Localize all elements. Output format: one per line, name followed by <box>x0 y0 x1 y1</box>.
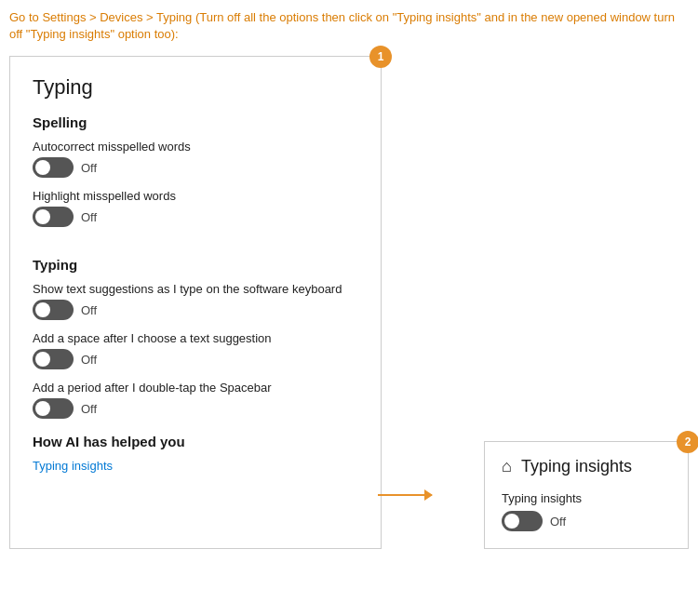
secondary-panel-header: ⌂ Typing insights <box>502 457 671 476</box>
highlight-toggle[interactable] <box>33 207 74 227</box>
typing-insights-item-label: Typing insights <box>502 491 671 505</box>
instruction-bar: Go to Settings > Devices > Typing (Turn … <box>9 9 689 43</box>
text-suggestions-item: Show text suggestions as I type on the s… <box>33 282 358 320</box>
add-space-toggle[interactable] <box>33 349 74 369</box>
badge-1: 1 <box>369 46 392 68</box>
add-period-item: Add a period after I double-tap the Spac… <box>33 381 358 419</box>
badge-2: 2 <box>677 431 698 453</box>
spelling-section-header: Spelling <box>33 114 358 130</box>
secondary-panel-title: Typing insights <box>521 457 632 476</box>
autocorrect-label: Autocorrect misspelled words <box>33 140 358 154</box>
panel-title: Typing <box>33 75 358 100</box>
add-space-item: Add a space after I choose a text sugges… <box>33 331 358 369</box>
text-suggestions-toggle[interactable] <box>33 300 74 320</box>
autocorrect-toggle[interactable] <box>33 157 74 178</box>
text-suggestions-label: Show text suggestions as I type on the s… <box>33 282 358 296</box>
highlight-label: Highlight misspelled words <box>33 189 358 203</box>
typing-settings-panel: 1 Typing Spelling Autocorrect misspelled… <box>9 56 382 549</box>
instruction-text: Go to Settings > Devices > Typing (Turn … <box>9 10 675 41</box>
autocorrect-toggle-label: Off <box>81 161 97 175</box>
how-ai-section: How AI has helped you Typing insights <box>33 434 358 474</box>
how-ai-title: How AI has helped you <box>33 434 358 449</box>
autocorrect-item: Autocorrect misspelled words Off <box>33 140 358 178</box>
add-space-toggle-label: Off <box>81 353 97 367</box>
highlight-item: Highlight misspelled words Off <box>33 189 358 227</box>
add-period-toggle[interactable] <box>33 398 74 419</box>
typing-insights-panel: 2 ⌂ Typing insights Typing insights Off <box>484 441 689 549</box>
typing-section-header: Typing <box>33 257 358 273</box>
arrow-connector <box>378 494 432 496</box>
add-space-label: Add a space after I choose a text sugges… <box>33 331 358 345</box>
typing-insights-toggle[interactable] <box>502 511 543 531</box>
add-period-toggle-label: Off <box>81 402 97 416</box>
typing-insights-toggle-label: Off <box>550 515 566 529</box>
typing-insights-link[interactable]: Typing insights <box>33 459 113 473</box>
highlight-toggle-label: Off <box>81 210 97 224</box>
text-suggestions-toggle-label: Off <box>81 303 97 317</box>
home-icon: ⌂ <box>502 457 512 476</box>
add-period-label: Add a period after I double-tap the Spac… <box>33 381 358 395</box>
